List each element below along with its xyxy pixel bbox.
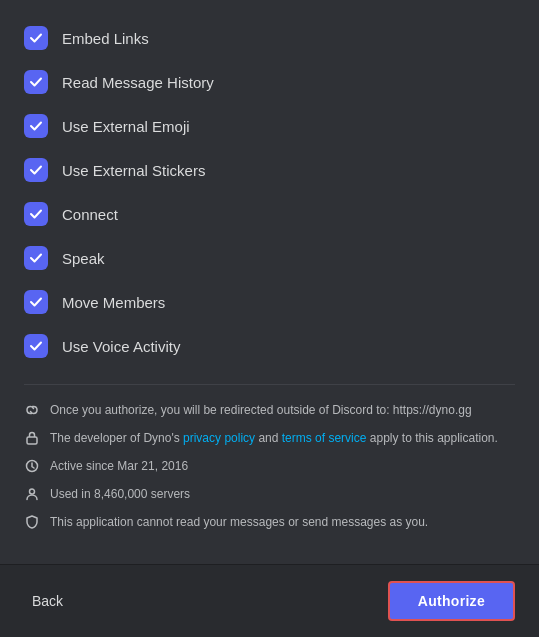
permission-list: Embed Links Read Message History Use Ext… [24,16,515,368]
permission-label-use-external-stickers: Use External Stickers [62,162,205,179]
svg-rect-0 [27,437,37,444]
used-in-text: Used in 8,460,000 servers [50,485,190,503]
person-icon [24,486,40,502]
check-icon [29,75,43,89]
shield-icon [24,514,40,530]
lock-icon [24,430,40,446]
link-icon [24,402,40,418]
checkbox-speak[interactable] [24,246,48,270]
checkbox-use-external-emoji[interactable] [24,114,48,138]
permission-label-use-voice-activity: Use Voice Activity [62,338,180,355]
permission-label-speak: Speak [62,250,105,267]
permission-item-speak[interactable]: Speak [24,236,515,280]
checkbox-use-external-stickers[interactable] [24,158,48,182]
info-privacy: The developer of Dyno's privacy policy a… [24,429,515,447]
permission-item-connect[interactable]: Connect [24,192,515,236]
checkbox-move-members[interactable] [24,290,48,314]
permission-label-read-message-history: Read Message History [62,74,214,91]
permission-item-use-external-stickers[interactable]: Use External Stickers [24,148,515,192]
info-cannot-read: This application cannot read your messag… [24,513,515,531]
check-icon [29,339,43,353]
terms-of-service-link[interactable]: terms of service [282,431,367,445]
permission-label-embed-links: Embed Links [62,30,149,47]
privacy-policy-link[interactable]: privacy policy [183,431,255,445]
permission-label-connect: Connect [62,206,118,223]
info-redirect: Once you authorize, you will be redirect… [24,401,515,419]
check-icon [29,295,43,309]
permission-label-use-external-emoji: Use External Emoji [62,118,190,135]
checkbox-read-message-history[interactable] [24,70,48,94]
permission-item-embed-links[interactable]: Embed Links [24,16,515,60]
footer: Back Authorize [0,564,539,637]
active-since-text: Active since Mar 21, 2016 [50,457,188,475]
permission-item-read-message-history[interactable]: Read Message History [24,60,515,104]
permission-item-use-external-emoji[interactable]: Use External Emoji [24,104,515,148]
back-button[interactable]: Back [24,589,71,613]
check-icon [29,31,43,45]
divider [24,384,515,385]
privacy-text: The developer of Dyno's privacy policy a… [50,429,498,447]
permission-label-move-members: Move Members [62,294,165,311]
check-icon [29,251,43,265]
cannot-read-text: This application cannot read your messag… [50,513,428,531]
checkbox-use-voice-activity[interactable] [24,334,48,358]
authorize-button[interactable]: Authorize [388,581,515,621]
checkbox-embed-links[interactable] [24,26,48,50]
svg-point-2 [30,489,35,494]
info-used-in: Used in 8,460,000 servers [24,485,515,503]
info-section: Once you authorize, you will be redirect… [24,401,515,531]
main-content: Embed Links Read Message History Use Ext… [0,0,539,564]
check-icon [29,119,43,133]
check-icon [29,207,43,221]
info-active-since: Active since Mar 21, 2016 [24,457,515,475]
permission-item-use-voice-activity[interactable]: Use Voice Activity [24,324,515,368]
clock-icon [24,458,40,474]
redirect-text: Once you authorize, you will be redirect… [50,401,472,419]
checkbox-connect[interactable] [24,202,48,226]
check-icon [29,163,43,177]
permission-item-move-members[interactable]: Move Members [24,280,515,324]
